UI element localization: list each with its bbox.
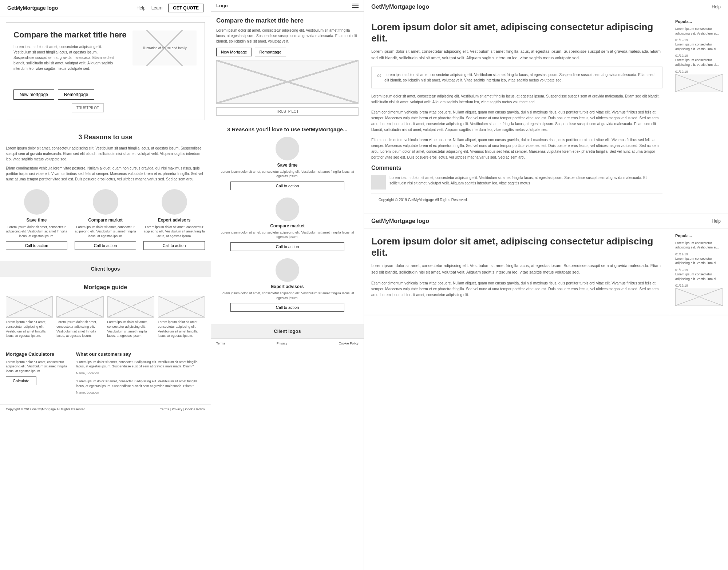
- col2-compare-icon: [276, 198, 299, 221]
- guide-card-3: Lorem ipsum dolor sit amet, consectetur …: [107, 296, 154, 338]
- guide-img-4: [158, 296, 205, 318]
- mortgage-guide-section: Mortgage guide Lorem ipsum dolor sit ame…: [0, 277, 211, 351]
- col3-sidebar-2: Popula... Lorem ipsum consectetur adipis…: [670, 228, 728, 315]
- col2-new-mortgage-button[interactable]: New Mortgage: [216, 48, 252, 56]
- col1-hero-illustration: Illustration of house and family: [132, 30, 197, 66]
- col1-nav: Help Learn GET QUOTE: [136, 4, 203, 12]
- testimonial-author-2: Name, Location: [76, 391, 99, 394]
- guide-cards: Lorem ipsum dolor sit amet, consectetur …: [6, 296, 205, 338]
- col2-privacy[interactable]: Privacy: [277, 342, 288, 345]
- guide-img-3: [107, 296, 154, 318]
- col2-compare-cta[interactable]: Call to action: [230, 242, 344, 251]
- col2-save-time-cta[interactable]: Call to action: [230, 182, 344, 190]
- col2-reason-save-time: Save time Lorem ipsum dolor sit amet, co…: [216, 137, 359, 190]
- sidebar-image-2: [675, 288, 723, 306]
- col2-terms[interactable]: Terms: [216, 342, 225, 345]
- col3-nav-2[interactable]: Help: [712, 219, 721, 224]
- col2-save-time-text: Lorem ipsum dolor sit amet, consectetur …: [216, 170, 359, 179]
- col3-nav-1[interactable]: Help: [712, 4, 721, 9]
- col2-cookie[interactable]: Cookie Policy: [339, 342, 359, 345]
- quote-mark-icon: “: [377, 72, 381, 83]
- guide-text-1: Lorem ipsum dolor sit amet, consectetur …: [6, 320, 53, 338]
- sidebar-item-date-3: 01/12/19: [675, 70, 688, 73]
- save-time-text: Lorem ipsum dolor sit amet, consectetur …: [6, 225, 67, 239]
- get-quote-button[interactable]: GET QUOTE: [168, 4, 203, 12]
- col2-remortgage-button[interactable]: Remortgage: [255, 48, 286, 56]
- reasons-subtext: Etiam condimentum vehicula lorem vitae p…: [6, 166, 205, 182]
- save-time-title: Save time: [26, 218, 47, 223]
- col2-reasons: 3 Reasons you'll love to use GetMyMortga…: [211, 126, 364, 324]
- col2-logo: Logo: [216, 3, 228, 8]
- col3-quote-block: “ Lorem ipsum dolor sit amet, consectetu…: [371, 67, 662, 88]
- guide-text-3: Lorem ipsum dolor sit amet, consectetur …: [107, 320, 154, 338]
- col3-body-text2: Lorem ipsum dolor sit amet, consectetur …: [371, 93, 662, 105]
- col2-expert-icon: [276, 258, 299, 282]
- col3-header-2: GetMyMortgage logo Help: [364, 214, 728, 228]
- new-mortgage-button[interactable]: New mortgage: [13, 89, 54, 100]
- col2-compare-title: Compare market: [270, 223, 305, 228]
- learn-link[interactable]: Learn: [151, 5, 163, 11]
- save-time-cta[interactable]: Call to action: [6, 241, 67, 250]
- col3-article-text1: Lorem ipsum dolor sit amet, consectetur …: [371, 48, 662, 61]
- expert-text: Lorem ipsum dolor sit amet, consectetur …: [143, 225, 205, 239]
- reasons-text: Lorem ipsum dolor sit amet, consectetur …: [6, 146, 205, 162]
- column-3-article: GetMyMortgage logo Help Lorem ipsum dolo…: [364, 0, 728, 570]
- guide-text-2: Lorem ipsum dolor sit amet, consectetur …: [56, 320, 103, 338]
- sidebar-item-date-4: 01/12/19: [675, 252, 688, 256]
- reason-card-save-time: Save time Lorem ipsum dolor sit amet, co…: [6, 189, 67, 250]
- col3-content-1: Lorem ipsum dolor sit amet, adipiscing c…: [364, 14, 728, 214]
- guide-img-2: [56, 296, 103, 318]
- sidebar-item-date-6: 01/12/19: [675, 284, 688, 287]
- guide-card-4: Lorem ipsum dolor sit amet, consectetur …: [158, 296, 205, 338]
- col1-copyright: Copyright © 2019 GetMyMortgage All Right…: [6, 407, 86, 411]
- col3-content-2: Lorem ipsum dolor sit amet, adipiscing c…: [364, 228, 728, 315]
- expert-cta[interactable]: Call to action: [143, 241, 205, 250]
- col3-main-2: Lorem ipsum dolor sit amet, adipiscing c…: [364, 228, 670, 315]
- compare-cta[interactable]: Call to action: [75, 241, 136, 250]
- col3-logo-2: GetMyMortgage logo: [371, 218, 429, 224]
- col3-logo-1: GetMyMortgage logo: [371, 4, 429, 10]
- col3-body-text3: Etiam condimentum vehicula lorem vitae p…: [371, 109, 662, 133]
- help-link[interactable]: Help: [136, 5, 146, 11]
- reasons-title: 3 Reasons to use: [6, 133, 205, 141]
- col3-article-title-1: Lorem ipsum dolor sit amet, adipiscing c…: [371, 21, 662, 44]
- col2-save-time-title: Save time: [277, 163, 297, 168]
- col2-hero-image: [216, 60, 359, 104]
- calc-title: Mortgage Calculators: [6, 351, 70, 357]
- col1-hero-text: Lorem ipsum dolor sit amet, consectetur …: [13, 44, 115, 71]
- testimonial-1: "Lorem ipsum dolor sit amet, consectetur…: [76, 360, 205, 375]
- remortgage-button[interactable]: Remortgage: [58, 89, 94, 100]
- sidebar-item-date-2: 01/12/19: [675, 54, 688, 57]
- calc-text: Lorem ipsum dolor sit amet, consectetur …: [6, 360, 70, 374]
- col2-client-logos: Client logos: [211, 324, 364, 338]
- col3-quote-text: Lorem ipsum dolor sit amet, consectetur …: [377, 72, 657, 83]
- reason-card-expert: Expert advisors Lorem ipsum dolor sit am…: [143, 189, 205, 250]
- sidebar-item-text-2: Lorem ipsum consectetur adipiscing elit.…: [675, 42, 723, 51]
- hamburger-menu[interactable]: [352, 4, 359, 8]
- testimonial-author-1: Name, Location: [76, 371, 99, 375]
- save-time-icon: [24, 189, 50, 215]
- comment-1: Lorem ipsum dolor sit amet, consectetur …: [371, 175, 662, 190]
- guide-title: Mortgage guide: [6, 284, 205, 291]
- sidebar-image-1: [675, 74, 723, 92]
- trustpilot-badge: TRUSTPILOT: [72, 103, 104, 112]
- col1-footer-links: Terms | Privacy | Cookie Policy: [160, 407, 205, 411]
- col3-article-title-2: Lorem ipsum dolor sit amet, adipiscing c…: [371, 236, 662, 258]
- comments-section: Comments Lorem ipsum dolor sit amet, con…: [371, 165, 662, 190]
- client-logos-title: Client logos: [91, 266, 120, 272]
- calculate-button[interactable]: Calculate: [6, 376, 36, 385]
- sidebar-item-text-1: Lorem ipsum consectetur adipiscing elit.…: [675, 27, 723, 36]
- col2-header: Logo: [211, 0, 364, 12]
- col2-expert-cta[interactable]: Call to action: [230, 303, 344, 312]
- calculators-section: Mortgage Calculators Lorem ipsum dolor s…: [6, 351, 70, 398]
- hamburger-line-1: [352, 4, 359, 4]
- col3-part2: GetMyMortgage logo Help Lorem ipsum dolo…: [364, 214, 728, 316]
- col3-article-text2-1: Lorem ipsum dolor sit amet, consectetur …: [371, 263, 662, 275]
- comment-avatar-1: [371, 175, 386, 190]
- col1-header: GetMyMortgage logo Help Learn GET QUOTE: [0, 0, 211, 16]
- col3-sidebar-title-2: Popula...: [675, 234, 723, 238]
- col1-hero: Compare the market title here Lorem ipsu…: [6, 22, 205, 120]
- compare-text: Lorem ipsum dolor sit amet, consectetur …: [75, 225, 136, 239]
- col1-logo: GetMyMortgage logo: [7, 5, 58, 11]
- col2-footer: Terms Privacy Cookie Policy: [211, 338, 364, 348]
